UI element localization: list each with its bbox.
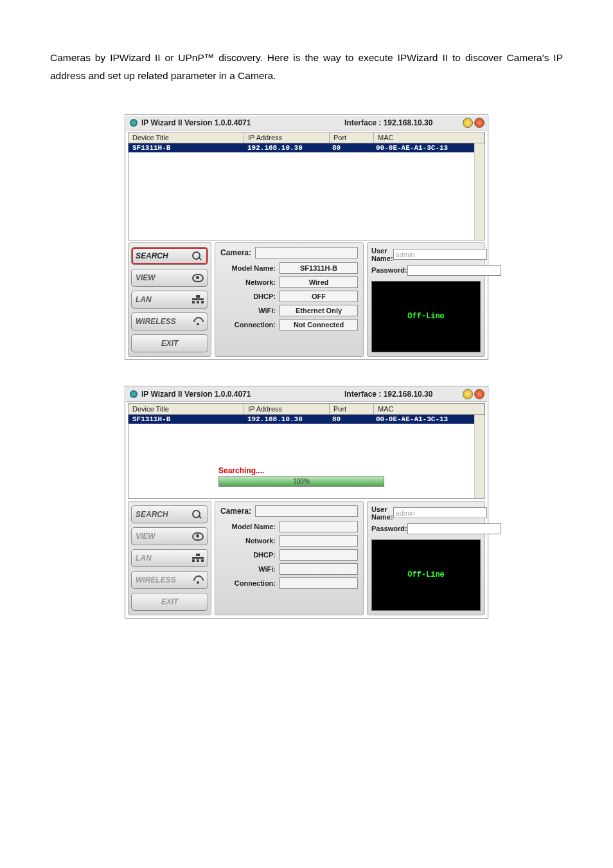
dhcp-value <box>280 549 358 561</box>
username-input[interactable] <box>393 507 487 518</box>
model-name-label: Model Name: <box>220 523 280 530</box>
wifi-label: WiFi: <box>220 307 280 314</box>
app-window-1: IP Wizard II Version 1.0.0.4071 Interfac… <box>125 114 488 360</box>
progress-text: 100% <box>219 477 384 486</box>
interface-label: Interface : 192.168.10.30 <box>344 390 432 399</box>
dhcp-label: DHCP: <box>220 293 280 300</box>
connection-value <box>280 577 358 589</box>
col-mac[interactable]: MAC <box>374 404 484 414</box>
lan-button: LAN <box>131 549 208 567</box>
searching-label: Searching.... <box>218 466 384 475</box>
nav-panel: SEARCH VIEW LAN WIRELESS EXIT <box>128 242 211 357</box>
connection-label: Connection: <box>220 579 280 587</box>
search-icon <box>192 510 204 519</box>
app-window-2: IP Wizard II Version 1.0.0.4071 Interfac… <box>125 386 488 619</box>
titlebar: IP Wizard II Version 1.0.0.4071 Interfac… <box>126 116 487 131</box>
wireless-button[interactable]: WIRELESS <box>131 312 208 330</box>
camera-value <box>255 247 358 258</box>
connection-value: Not Connected <box>280 319 358 330</box>
camera-panel: Camera: Model Name: Network: DHCP: WiFi:… <box>215 501 364 615</box>
wifi-value <box>280 563 358 575</box>
camera-label: Camera: <box>220 507 251 516</box>
intro-text: Cameras by IPWizard II or UPnP™ discover… <box>50 49 563 86</box>
nav-label: LAN <box>136 554 152 563</box>
progress-bar: 100% <box>218 476 384 487</box>
device-list[interactable]: SF1311H-B 192.168.10.30 80 00-0E-AE-A1-3… <box>128 143 485 240</box>
username-input[interactable] <box>393 249 487 260</box>
nav-label: WIRELESS <box>136 575 176 584</box>
cell-mac: 00-0E-AE-A1-3C-13 <box>372 143 484 152</box>
network-label: Network: <box>220 278 280 286</box>
camera-label: Camera: <box>220 248 251 257</box>
minimize-icon[interactable] <box>463 389 473 399</box>
view-button[interactable]: VIEW <box>131 269 208 287</box>
auth-panel: User Name: Password: Off-Line <box>367 501 485 615</box>
wifi-label: WiFi: <box>220 565 280 573</box>
cell-ip: 192.168.10.30 <box>244 415 328 424</box>
nav-label: VIEW <box>136 273 155 282</box>
search-button[interactable]: SEARCH <box>131 247 208 265</box>
nav-label: WIRELESS <box>136 317 176 326</box>
model-name-value <box>280 521 358 532</box>
wifi-icon <box>192 317 204 326</box>
dhcp-value: OFF <box>280 291 358 302</box>
username-label: User Name: <box>371 505 393 521</box>
status-display: Off-Line <box>371 539 481 611</box>
device-list[interactable]: SF1311H-B 192.168.10.30 80 00-0E-AE-A1-3… <box>128 415 485 499</box>
wifi-value: Ethernet Only <box>280 305 358 316</box>
scrollbar[interactable] <box>474 143 484 240</box>
lan-icon <box>192 295 204 304</box>
col-device-title[interactable]: Device Title <box>129 132 244 143</box>
interface-label: Interface : 192.168.10.30 <box>344 118 432 127</box>
titlebar: IP Wizard II Version 1.0.0.4071 Interfac… <box>126 387 487 402</box>
device-row[interactable]: SF1311H-B 192.168.10.30 80 00-0E-AE-A1-3… <box>129 143 484 152</box>
camera-value <box>255 505 358 517</box>
model-name-value: SF1311H-B <box>280 262 358 274</box>
col-mac[interactable]: MAC <box>374 132 484 143</box>
cell-ip: 192.168.10.30 <box>244 143 328 152</box>
app-title: IP Wizard II Version 1.0.0.4071 <box>141 118 251 127</box>
exit-button[interactable]: EXIT <box>131 334 208 352</box>
wifi-icon <box>192 575 204 584</box>
app-title: IP Wizard II Version 1.0.0.4071 <box>141 390 251 399</box>
connection-label: Connection: <box>220 321 280 329</box>
nav-label: SEARCH <box>136 510 168 519</box>
lan-button[interactable]: LAN <box>131 291 208 309</box>
nav-label: VIEW <box>136 532 155 541</box>
close-icon[interactable] <box>474 118 484 128</box>
status-display: Off-Line <box>371 281 481 352</box>
camera-panel: Camera: Model Name:SF1311H-B Network:Wir… <box>215 242 364 357</box>
cell-title: SF1311H-B <box>129 415 244 424</box>
list-header: Device Title IP Address Port MAC <box>128 403 485 415</box>
col-port[interactable]: Port <box>330 404 374 414</box>
search-icon <box>192 251 204 260</box>
minimize-icon[interactable] <box>463 118 473 128</box>
cell-mac: 00-0E-AE-A1-3C-13 <box>372 415 484 424</box>
network-value: Wired <box>280 276 358 288</box>
nav-label: EXIT <box>161 597 179 606</box>
view-icon <box>192 532 204 541</box>
model-name-label: Model Name: <box>220 264 280 272</box>
col-device-title[interactable]: Device Title <box>129 404 244 414</box>
searching-overlay: Searching.... 100% <box>218 466 384 487</box>
nav-label: LAN <box>136 295 152 304</box>
cell-title: SF1311H-B <box>129 143 244 152</box>
password-input[interactable] <box>407 265 501 276</box>
exit-button: EXIT <box>131 593 208 611</box>
col-ip-address[interactable]: IP Address <box>244 132 330 143</box>
search-button[interactable]: SEARCH <box>131 505 208 523</box>
network-label: Network: <box>220 537 280 545</box>
view-button: VIEW <box>131 527 208 545</box>
scrollbar[interactable] <box>474 415 484 498</box>
network-value <box>280 535 358 547</box>
list-header: Device Title IP Address Port MAC <box>128 132 485 143</box>
col-ip-address[interactable]: IP Address <box>244 404 330 414</box>
close-icon[interactable] <box>474 389 484 399</box>
col-port[interactable]: Port <box>330 132 374 143</box>
password-input[interactable] <box>407 523 501 534</box>
nav-label: SEARCH <box>136 251 168 260</box>
cell-port: 80 <box>328 415 372 424</box>
username-label: User Name: <box>371 247 393 262</box>
device-row[interactable]: SF1311H-B 192.168.10.30 80 00-0E-AE-A1-3… <box>129 415 484 424</box>
auth-panel: User Name: Password: Off-Line <box>367 242 485 357</box>
